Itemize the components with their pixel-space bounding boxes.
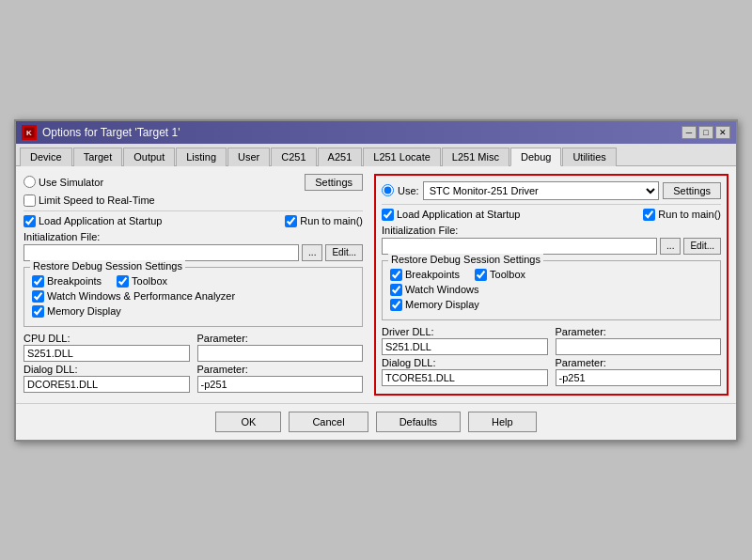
left-toolbox-checkbox[interactable] — [117, 275, 129, 288]
left-browse-button[interactable]: ... — [302, 244, 322, 261]
left-memory-display-checkbox[interactable] — [32, 305, 44, 318]
left-dialog-dll-row: Dialog DLL: Parameter: — [24, 364, 363, 393]
right-load-app-checkbox[interactable] — [382, 209, 394, 221]
left-memory-display-option[interactable]: Memory Display — [32, 305, 121, 318]
right-restore-group-title: Restore Debug Session Settings — [388, 254, 543, 265]
simulator-row: Use Simulator Settings — [24, 174, 363, 191]
minimize-button[interactable]: ─ — [682, 126, 697, 139]
tab-user[interactable]: User — [227, 148, 270, 166]
right-driver-dll-input[interactable] — [382, 338, 548, 355]
title-bar: K Options for Target 'Target 1' ─ □ ✕ — [16, 121, 736, 144]
tab-listing[interactable]: Listing — [176, 148, 227, 166]
right-rdialog-param-label: Parameter: — [556, 357, 722, 368]
right-rdialog-param-input[interactable] — [556, 369, 722, 386]
left-init-file-section: Initialization File: ... Edit... — [24, 231, 363, 261]
right-browse-button[interactable]: ... — [660, 238, 681, 255]
right-driver-param-input[interactable] — [556, 338, 722, 355]
left-watch-windows-option[interactable]: Watch Windows & Performance Analyzer — [32, 290, 235, 303]
right-init-file-input-row: ... Edit... — [382, 238, 721, 255]
svg-text:K: K — [26, 129, 32, 137]
left-settings-button[interactable]: Settings — [305, 174, 363, 191]
left-column: Use Simulator Settings Limit Speed to Re… — [24, 174, 367, 396]
left-cpu-dll-label: CPU DLL: — [24, 333, 190, 344]
right-edit-button[interactable]: Edit... — [683, 238, 721, 255]
left-restore-group: Restore Debug Session Settings Breakpoin… — [24, 267, 363, 327]
left-run-to-main-checkbox[interactable] — [285, 215, 297, 227]
right-init-file-section: Initialization File: ... Edit... — [382, 225, 721, 255]
use-simulator-option[interactable]: Use Simulator — [24, 176, 103, 188]
left-init-file-input-row: ... Edit... — [24, 244, 363, 261]
limit-speed-option[interactable]: Limit Speed to Real-Time — [24, 194, 155, 207]
use-simulator-radio[interactable] — [24, 176, 36, 188]
left-load-row: Load Application at Startup Run to main(… — [24, 215, 363, 227]
right-load-row: Load Application at Startup Run to main(… — [382, 209, 721, 221]
left-dll-section: CPU DLL: Parameter: Dialog DLL: — [24, 333, 363, 393]
tab-l251-locate[interactable]: L251 Locate — [363, 148, 441, 166]
left-run-to-main-label: Run to main() — [300, 215, 363, 226]
right-settings-button[interactable]: Settings — [663, 182, 721, 199]
tab-utilities[interactable]: Utilities — [562, 148, 616, 166]
tab-target[interactable]: Target — [73, 148, 123, 166]
right-load-app-label: Load Application at Startup — [397, 209, 520, 220]
ok-button[interactable]: OK — [215, 412, 281, 432]
left-load-app-label: Load Application at Startup — [39, 215, 162, 226]
right-memory-display-option[interactable]: Memory Display — [390, 299, 479, 311]
left-run-to-main-option[interactable]: Run to main() — [285, 215, 363, 227]
defaults-button[interactable]: Defaults — [376, 412, 461, 432]
right-use-radio[interactable] — [382, 184, 394, 196]
right-memory-display-checkbox[interactable] — [390, 299, 402, 311]
use-simulator-label: Use Simulator — [39, 177, 103, 188]
left-cpu-dll-input[interactable] — [24, 345, 190, 362]
right-run-to-main-checkbox[interactable] — [643, 209, 655, 221]
right-driver-param-col: Parameter: — [556, 326, 722, 355]
limit-speed-checkbox[interactable] — [24, 194, 36, 207]
right-dll-section: Driver DLL: Parameter: Dialog DLL: — [382, 326, 721, 386]
tab-debug[interactable]: Debug — [510, 148, 561, 166]
tab-device[interactable]: Device — [20, 148, 72, 166]
left-cpu-dll-col: CPU DLL: — [24, 333, 190, 362]
right-rdialog-param-col: Parameter: — [556, 357, 722, 386]
tab-a251[interactable]: A251 — [318, 148, 363, 166]
left-cpu-param-input[interactable] — [197, 345, 364, 362]
right-watch-windows-option[interactable]: Watch Windows — [390, 284, 478, 296]
help-button[interactable]: Help — [468, 412, 537, 432]
left-toolbox-option[interactable]: Toolbox — [117, 275, 167, 288]
right-run-to-main-option[interactable]: Run to main() — [643, 209, 721, 221]
left-watch-windows-checkbox[interactable] — [32, 290, 44, 303]
right-memory-display-label: Memory Display — [405, 299, 479, 310]
right-run-to-main-label: Run to main() — [658, 209, 721, 220]
left-init-file-input[interactable] — [24, 244, 299, 261]
close-button[interactable]: ✕ — [715, 126, 730, 139]
main-content: Use Simulator Settings Limit Speed to Re… — [16, 166, 736, 403]
right-breakpoints-option[interactable]: Breakpoints — [390, 269, 460, 281]
right-check-row-2: Watch Windows — [390, 284, 713, 296]
right-init-file-input[interactable] — [382, 238, 657, 255]
right-toolbox-checkbox[interactable] — [475, 269, 487, 281]
right-use-option[interactable] — [382, 184, 394, 196]
right-rdialog-dll-label: Dialog DLL: — [382, 357, 548, 368]
left-breakpoints-option[interactable]: Breakpoints — [32, 275, 102, 288]
left-breakpoints-checkbox[interactable] — [32, 275, 44, 288]
right-watch-windows-checkbox[interactable] — [390, 284, 402, 296]
tab-c251[interactable]: C251 — [271, 148, 316, 166]
right-breakpoints-checkbox[interactable] — [390, 269, 402, 281]
left-dialog-dll-col: Dialog DLL: — [24, 364, 190, 393]
left-check-row-1: Breakpoints Toolbox — [32, 275, 354, 288]
left-dialog-param-input[interactable] — [197, 376, 364, 393]
left-load-app-option[interactable]: Load Application at Startup — [24, 215, 162, 227]
cancel-button[interactable]: Cancel — [289, 412, 368, 432]
left-edit-button[interactable]: Edit... — [325, 244, 363, 261]
right-toolbox-option[interactable]: Toolbox — [475, 269, 525, 281]
left-cpu-param-label: Parameter: — [197, 333, 364, 344]
maximize-button[interactable]: □ — [698, 126, 713, 139]
tab-l251-misc[interactable]: L251 Misc — [442, 148, 509, 166]
footer: OK Cancel Defaults Help — [16, 403, 736, 440]
tab-bar: Device Target Output Listing User C251 A… — [16, 144, 736, 166]
right-load-app-option[interactable]: Load Application at Startup — [382, 209, 520, 221]
left-load-app-checkbox[interactable] — [24, 215, 36, 227]
right-driver-select[interactable]: STC Monitor-251 Driver — [423, 181, 660, 200]
right-rdialog-dll-input[interactable] — [382, 369, 548, 386]
right-init-file-label: Initialization File: — [382, 225, 721, 236]
tab-output[interactable]: Output — [123, 148, 175, 166]
left-dialog-dll-input[interactable] — [24, 376, 190, 393]
